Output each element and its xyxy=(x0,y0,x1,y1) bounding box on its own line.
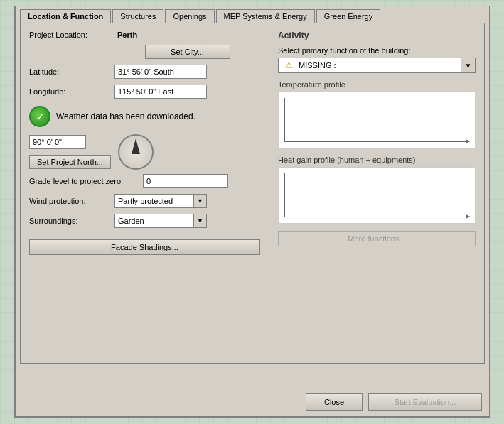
tab-mep-systems[interactable]: MEP Systems & Energy xyxy=(216,9,315,23)
wind-protection-row: Wind protection: Partly protected ▼ xyxy=(29,194,260,208)
compass xyxy=(118,134,154,170)
tab-bar: Location & Function Structures Openings … xyxy=(16,6,489,23)
set-city-row: Set City... xyxy=(29,45,260,59)
temperature-profile-chart: ▶ xyxy=(278,92,476,148)
set-project-north-button[interactable]: Set Project North... xyxy=(29,155,111,169)
tab-structures[interactable]: Structures xyxy=(112,9,163,23)
heat-chart-v-axis xyxy=(284,173,285,217)
weather-row: ✓ Weather data has been downloaded. xyxy=(29,106,260,127)
grade-input[interactable] xyxy=(143,174,228,188)
close-button[interactable]: Close xyxy=(306,393,363,411)
right-panel: Activity Select primary function of the … xyxy=(269,23,484,363)
surroundings-arrow[interactable]: ▼ xyxy=(193,214,206,227)
activity-label: Activity xyxy=(278,31,476,40)
latitude-input[interactable] xyxy=(114,65,207,79)
tab-green-energy[interactable]: Green Energy xyxy=(316,9,380,23)
longitude-label: Longitude: xyxy=(29,87,114,96)
left-panel: Project Location: Perth Set City... Lati… xyxy=(21,23,269,363)
longitude-input[interactable] xyxy=(114,85,207,99)
warning-icon: ⚠ xyxy=(282,58,296,72)
temperature-profile-label: Temperature profile xyxy=(278,80,476,89)
north-row: Set Project North... xyxy=(29,134,260,170)
surroundings-label: Surroundings: xyxy=(29,217,114,225)
weather-icon: ✓ xyxy=(29,106,50,127)
wind-protection-dropdown[interactable]: Partly protected ▼ xyxy=(114,194,207,208)
north-input[interactable] xyxy=(29,135,86,149)
surroundings-dropdown[interactable]: Garden ▼ xyxy=(114,214,207,228)
chart-h-axis xyxy=(284,141,469,142)
more-functions-button[interactable]: More functions... xyxy=(278,231,476,246)
project-location-value: Perth xyxy=(117,31,137,39)
grade-label: Grade level to project zero: xyxy=(29,177,143,185)
project-location-row: Project Location: Perth xyxy=(29,31,260,39)
latitude-row: Latitude: xyxy=(29,65,260,79)
chart-v-axis xyxy=(284,98,285,142)
facade-shadings-button[interactable]: Facade Shadings... xyxy=(29,239,260,255)
longitude-row: Longitude: xyxy=(29,85,260,99)
start-evaluation-button[interactable]: Start Evaluation... xyxy=(368,393,482,411)
wind-protection-arrow[interactable]: ▼ xyxy=(193,195,206,207)
missing-dropdown[interactable]: ⚠ MISSING : ▼ xyxy=(278,58,476,73)
surroundings-row: Surroundings: Garden ▼ xyxy=(29,214,260,228)
missing-text: MISSING : xyxy=(299,61,461,70)
project-location-label: Project Location: xyxy=(29,31,114,39)
weather-message: Weather data has been downloaded. xyxy=(56,112,195,121)
chart-arrow: ▶ xyxy=(466,138,470,144)
compass-needle xyxy=(132,138,140,154)
heat-chart-h-axis xyxy=(284,217,469,217)
tab-openings[interactable]: Openings xyxy=(165,9,214,23)
dialog: Location & Function Structures Openings … xyxy=(14,6,490,418)
surroundings-value: Garden xyxy=(115,214,193,227)
latitude-label: Latitude: xyxy=(29,67,114,76)
select-function-label: Select primary function of the building: xyxy=(278,46,476,55)
wind-protection-value: Partly protected xyxy=(115,195,193,207)
tab-content: Project Location: Perth Set City... Lati… xyxy=(20,23,485,364)
set-city-button[interactable]: Set City... xyxy=(145,45,230,59)
wind-protection-label: Wind protection: xyxy=(29,197,114,205)
heat-gain-chart: ▶ xyxy=(278,167,476,224)
heat-chart-arrow: ▶ xyxy=(466,213,470,219)
heat-gain-label: Heat gain profile (human + equipments) xyxy=(278,156,476,164)
grade-row: Grade level to project zero: xyxy=(29,174,260,188)
tab-location-function[interactable]: Location & Function xyxy=(20,9,111,23)
missing-dropdown-arrow[interactable]: ▼ xyxy=(461,58,475,72)
bottom-buttons: Close Start Evaluation... xyxy=(306,393,482,411)
